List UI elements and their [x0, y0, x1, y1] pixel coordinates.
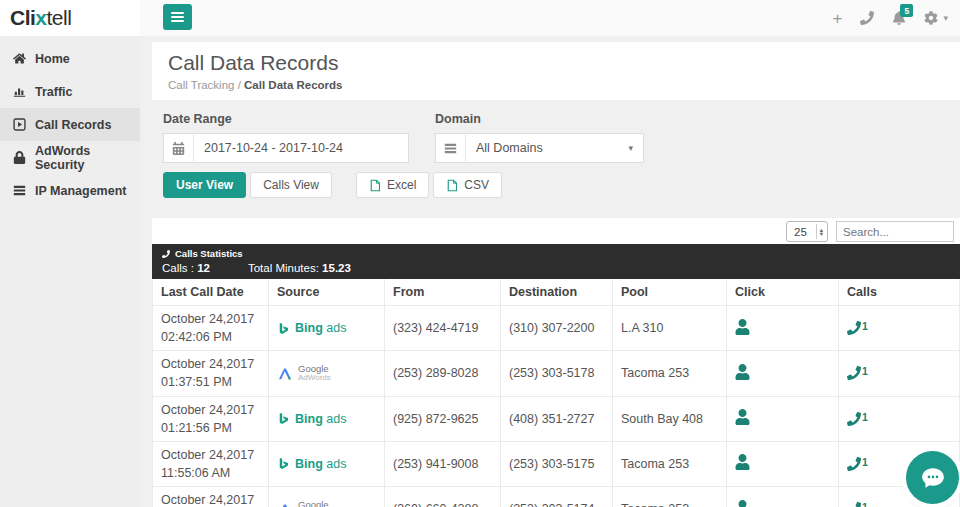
sidebar-item-label: Home	[35, 52, 70, 66]
per-page-value: 25	[794, 226, 807, 238]
excel-file-icon	[369, 179, 381, 192]
google-adwords-source: GoogleAdWords	[277, 500, 376, 507]
domain-select[interactable]: All Domains ▾	[466, 134, 643, 162]
calls-cell: 1	[839, 306, 960, 351]
sidebar-item-label: Traffic	[35, 85, 73, 99]
stats-values-row: Calls : 12Total Minutes: 15.23	[162, 262, 950, 274]
from-number-cell: (360) 660-4288	[385, 487, 501, 507]
source-cell: Bing ads	[269, 306, 385, 351]
chevron-down-icon: ▾	[628, 143, 633, 153]
page-header: Call Data Records Call Tracking / Call D…	[152, 42, 960, 100]
calls-count[interactable]: 1	[847, 366, 951, 380]
from-number-cell: (925) 872-9625	[385, 396, 501, 441]
page-title: Call Data Records	[168, 50, 944, 75]
sidebar-toggle-button[interactable]	[163, 4, 192, 30]
user-icon[interactable]	[735, 500, 750, 507]
pool-cell: Tacoma 253	[613, 487, 727, 507]
click-cell	[727, 441, 839, 486]
phone-icon	[847, 366, 861, 380]
breadcrumb-separator: /	[234, 79, 244, 91]
pool-cell: Tacoma 253	[613, 351, 727, 396]
calls-statistics-bar: Calls Statistics Calls : 12Total Minutes…	[152, 244, 960, 279]
source-cell: GoogleAdWords	[269, 487, 385, 507]
phone-icon[interactable]	[860, 11, 874, 25]
chevron-down-icon: ▾	[943, 13, 948, 23]
destination-number-cell: (253) 303-5175	[501, 441, 613, 486]
bing-ads-source: Bing ads	[277, 321, 376, 335]
home-icon	[13, 52, 26, 65]
calls-view-button[interactable]: Calls View	[250, 172, 332, 198]
last-call-date-cell: October 24,201701:37:51 PM	[153, 351, 269, 396]
phone-icon	[847, 457, 861, 471]
sidebar-item-home[interactable]: Home	[0, 42, 140, 75]
user-icon[interactable]	[735, 364, 750, 380]
export-csv-button[interactable]: CSV	[433, 172, 502, 198]
date-range-filter: Date Range	[163, 112, 409, 163]
stats-title: Calls Statistics	[175, 248, 243, 259]
date-range-label: Date Range	[163, 112, 409, 126]
table-row: October 24,201711:55:06 AM Bing ads(253)…	[153, 441, 960, 486]
pool-cell: South Bay 408	[613, 396, 727, 441]
phone-icon	[847, 502, 861, 507]
sidebar-item-traffic[interactable]: Traffic	[0, 75, 140, 108]
call-records-table: Last Call DateSourceFromDestinationPoolC…	[152, 279, 960, 507]
table-toolbar: 25 ▴▾	[152, 218, 960, 244]
table-header-row: Last Call DateSourceFromDestinationPoolC…	[153, 279, 960, 306]
stats-title-row: Calls Statistics	[162, 248, 950, 259]
user-icon[interactable]	[735, 454, 750, 470]
calendar-icon	[164, 134, 194, 162]
pool-cell: L.A 310	[613, 306, 727, 351]
user-view-button[interactable]: User View	[163, 172, 246, 198]
sidebar-item-ip-management[interactable]: IP Management	[0, 174, 140, 207]
settings-menu-button[interactable]: ▾	[924, 11, 948, 25]
user-icon[interactable]	[735, 319, 750, 335]
domain-label: Domain	[435, 112, 644, 126]
sidebar-item-label: IP Management	[35, 184, 126, 198]
date-range-input[interactable]	[194, 134, 408, 162]
pool-cell: Tacoma 253	[613, 441, 727, 486]
sidebar: Home Traffic Call Records AdWords Securi…	[0, 36, 140, 507]
spinner-icon: ▴▾	[816, 224, 823, 239]
bing-ads-source: Bing ads	[277, 412, 376, 426]
phone-icon	[847, 321, 861, 335]
destination-number-cell: (253) 303-5178	[501, 351, 613, 396]
sidebar-item-label: AdWords Security	[35, 144, 140, 172]
sidebar-item-adwords-security[interactable]: AdWords Security	[0, 141, 140, 174]
search-input[interactable]	[836, 221, 954, 242]
bing-icon	[277, 457, 290, 470]
bing-icon	[277, 322, 290, 335]
excel-button-label: Excel	[387, 178, 416, 192]
ip-management-icon	[13, 184, 26, 197]
column-header: From	[385, 279, 501, 306]
hamburger-icon	[171, 12, 184, 14]
source-cell: GoogleAdWords	[269, 351, 385, 396]
user-icon[interactable]	[735, 409, 750, 425]
table-row: October 24,201701:37:51 PM GoogleAdWords…	[153, 351, 960, 396]
destination-number-cell: (253) 303-5174	[501, 487, 613, 507]
notification-badge: 5	[900, 4, 913, 17]
chat-widget-button[interactable]	[906, 451, 959, 504]
from-number-cell: (253) 941-9008	[385, 441, 501, 486]
sidebar-item-call-records[interactable]: Call Records	[0, 108, 140, 141]
gear-icon	[924, 11, 938, 25]
logo-text-bold: Cli	[10, 6, 35, 29]
calls-count[interactable]: 1	[847, 321, 951, 335]
breadcrumb-parent[interactable]: Call Tracking	[168, 79, 234, 91]
total-minutes-value: 15.23	[322, 262, 351, 274]
destination-number-cell: (408) 351-2727	[501, 396, 613, 441]
google-adwords-source: GoogleAdWords	[277, 364, 376, 383]
breadcrumb-current: Call Data Records	[244, 79, 342, 91]
add-icon[interactable]: +	[833, 10, 843, 27]
export-excel-button[interactable]: Excel	[356, 172, 429, 198]
table-row: October 24,201711:51:39 AM GoogleAdWords…	[153, 487, 960, 507]
brand-logo[interactable]: Clixtell	[10, 6, 71, 30]
from-number-cell: (323) 424-4719	[385, 306, 501, 351]
chat-bubble-icon	[920, 465, 946, 491]
calls-count[interactable]: 1	[847, 412, 951, 426]
call-records-icon	[13, 118, 26, 131]
notifications-button[interactable]: 5	[892, 11, 906, 25]
per-page-select[interactable]: 25 ▴▾	[786, 221, 828, 242]
total-minutes-label: Total Minutes:	[248, 262, 322, 274]
from-number-cell: (253) 289-8028	[385, 351, 501, 396]
bing-icon	[277, 412, 290, 425]
